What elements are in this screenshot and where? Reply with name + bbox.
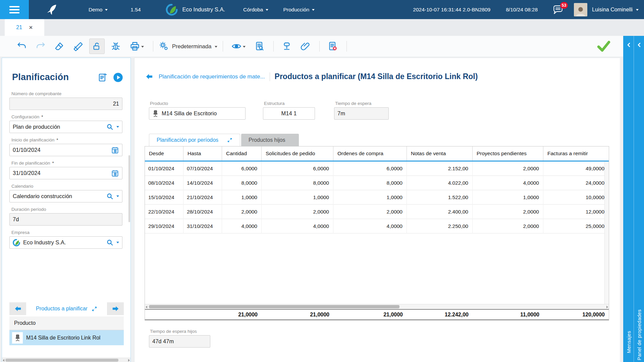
grid-cell[interactable]: 07/10/2024 (183, 162, 222, 175)
grid-column-header[interactable]: Notas de venta (407, 146, 473, 161)
confirm-check-button[interactable] (597, 41, 610, 52)
hamburger-menu-button[interactable] (0, 0, 29, 19)
expand-icon[interactable] (227, 137, 232, 143)
grid-cell[interactable]: 25,0000 (543, 219, 609, 233)
calendar-lookup-input[interactable]: Calendario construcción (9, 190, 122, 202)
attachment-paperclip-button[interactable] (298, 39, 313, 54)
tab-planning-by-periods[interactable]: Planificación por períodos (149, 134, 240, 146)
user-menu-chevron-icon[interactable] (636, 9, 639, 11)
grid-cell[interactable]: 2,0000 (473, 162, 543, 175)
grid-column-header[interactable]: Cantidad (222, 146, 262, 161)
view-profile-selector[interactable]: Predeterminada (159, 41, 217, 51)
chevron-down-icon[interactable] (116, 195, 119, 197)
grid-cell[interactable]: 29/10/2024 (145, 219, 183, 233)
product-input[interactable]: M14 Silla de Escritorio (149, 107, 246, 120)
print-button[interactable] (127, 39, 147, 54)
grid-column-header[interactable]: Hasta (183, 146, 222, 161)
configuration-input[interactable]: Plan de producción (9, 121, 122, 133)
grid-cell[interactable]: 1,0000 (333, 190, 407, 204)
grid-row[interactable]: 15/10/202421/10/20241,00001,00001,00001.… (145, 190, 609, 205)
subgrid-nav-title[interactable]: Productos a planificar (26, 302, 107, 315)
children-wait-time-input[interactable]: 47d 47m (149, 335, 210, 348)
grid-column-header[interactable]: Proyectos pendientes (473, 146, 543, 161)
grid-cell[interactable]: 6,0000 (333, 162, 407, 175)
grid-row[interactable]: 29/10/202431/10/20244,00004,00004,00002.… (145, 219, 609, 234)
grid-row[interactable]: 01/10/202407/10/20246,00006,00006,00002.… (145, 162, 609, 176)
grid-vertical-scrollbar[interactable] (604, 162, 609, 304)
grid-cell[interactable]: 24,0000 (543, 176, 609, 190)
previous-record-arrow-button[interactable] (9, 302, 26, 315)
grid-cell[interactable]: 1,0000 (262, 190, 333, 204)
search-icon[interactable] (106, 192, 114, 200)
document-tab[interactable]: 21 ✕ (5, 19, 44, 36)
unlock-button[interactable] (89, 39, 105, 54)
grid-cell[interactable]: 12,0000 (543, 205, 609, 219)
module-selector[interactable]: Producción (283, 7, 315, 13)
cancel-document-button[interactable] (325, 39, 340, 54)
grid-cell[interactable]: 2.152,00 (407, 162, 473, 175)
search-icon[interactable] (106, 123, 114, 131)
messages-button[interactable]: 53 (552, 4, 564, 15)
breadcrumb-parent-link[interactable]: Planificación de requerimientos de mate.… (159, 73, 265, 80)
grid-cell[interactable]: 4,0000 (473, 176, 543, 190)
grid-cell[interactable]: 2,0000 (473, 205, 543, 219)
wait-time-input[interactable]: 7m (334, 107, 389, 120)
sidebar-scrollbar[interactable] (128, 155, 130, 222)
grid-cell[interactable]: 31/10/2024 (183, 219, 222, 233)
messages-collapsed-panel[interactable]: Mensajes (623, 36, 634, 362)
properties-collapsed-panel[interactable]: Panel de propiedades (634, 36, 644, 362)
grid-cell[interactable]: 22/10/2024 (145, 205, 183, 219)
grid-row[interactable]: 22/10/202428/10/20242,00002,00002,00002.… (145, 205, 609, 219)
grid-cell[interactable]: 1,0000 (473, 190, 543, 204)
preview-eye-button[interactable] (228, 39, 249, 54)
redo-button[interactable] (33, 39, 48, 54)
chevron-down-icon[interactable] (116, 242, 119, 243)
grid-cell[interactable]: 2,0000 (333, 205, 407, 219)
grid-cell[interactable]: 10,0000 (543, 190, 609, 204)
undo-button[interactable] (14, 39, 30, 54)
environment-selector[interactable]: Demo (89, 7, 108, 13)
grid-cell[interactable]: 14/10/2024 (183, 176, 222, 190)
grid-cell[interactable]: 4,0000 (262, 219, 333, 233)
print-options-chevron-icon[interactable] (141, 46, 144, 48)
grid-column-header[interactable]: Ordenes de compra (333, 146, 407, 161)
grid-cell[interactable]: 4,0000 (222, 219, 262, 233)
voucher-number-input[interactable]: 21 (9, 98, 122, 110)
company-lookup-input[interactable]: Eco Industry S.A. (9, 236, 122, 249)
hierarchy-flowchart-button[interactable] (279, 39, 294, 54)
grid-cell[interactable]: 15/10/2024 (145, 190, 183, 204)
grid-cell[interactable]: 21/10/2024 (183, 190, 222, 204)
grid-cell[interactable]: 8,0000 (333, 176, 407, 190)
preview-options-chevron-icon[interactable] (243, 46, 246, 48)
expand-icon[interactable] (92, 306, 97, 312)
calendar-icon[interactable] (111, 146, 119, 154)
user-avatar[interactable] (574, 3, 587, 16)
run-play-button[interactable] (113, 72, 123, 82)
back-arrow-button[interactable] (145, 73, 154, 80)
period-duration-input[interactable]: 7d (9, 213, 122, 226)
grid-column-header[interactable]: Solicitudes de pedido (262, 146, 333, 161)
grid-cell[interactable]: 8,0000 (262, 176, 333, 190)
next-record-arrow-button[interactable] (107, 302, 124, 315)
grid-cell[interactable]: 6,0000 (262, 162, 333, 175)
grid-horizontal-scrollbar[interactable] (145, 304, 609, 309)
grid-column-header[interactable]: Facturas a remitir (543, 146, 609, 161)
grid-cell[interactable]: 49,0000 (543, 162, 609, 175)
clear-eraser-button[interactable] (52, 39, 67, 54)
calendar-icon[interactable] (111, 169, 119, 177)
planning-end-date-input[interactable]: 31/10/2024 (9, 167, 122, 179)
grid-cell[interactable]: 2,0000 (262, 205, 333, 219)
grid-row[interactable]: 08/10/202414/10/20248,00008,00008,00004.… (145, 176, 609, 190)
grid-cell[interactable]: 1,0000 (222, 190, 262, 204)
grid-cell[interactable]: 2,0000 (473, 219, 543, 233)
subgrid-row[interactable]: M14 Silla de Escritorio Link Rol (9, 330, 124, 345)
grid-cell[interactable]: 2.250,00 (407, 219, 473, 233)
new-document-icon[interactable] (98, 72, 108, 82)
debug-bug-button[interactable] (108, 39, 123, 54)
design-ruler-pencil-button[interactable] (70, 39, 86, 54)
tab-child-products[interactable]: Productos hijos (241, 134, 299, 146)
grid-cell[interactable]: 4.022,00 (407, 176, 473, 190)
grid-column-header[interactable]: Desde (145, 146, 183, 161)
grid-cell[interactable]: 2,0000 (222, 205, 262, 219)
grid-cell[interactable]: 6,0000 (222, 162, 262, 175)
